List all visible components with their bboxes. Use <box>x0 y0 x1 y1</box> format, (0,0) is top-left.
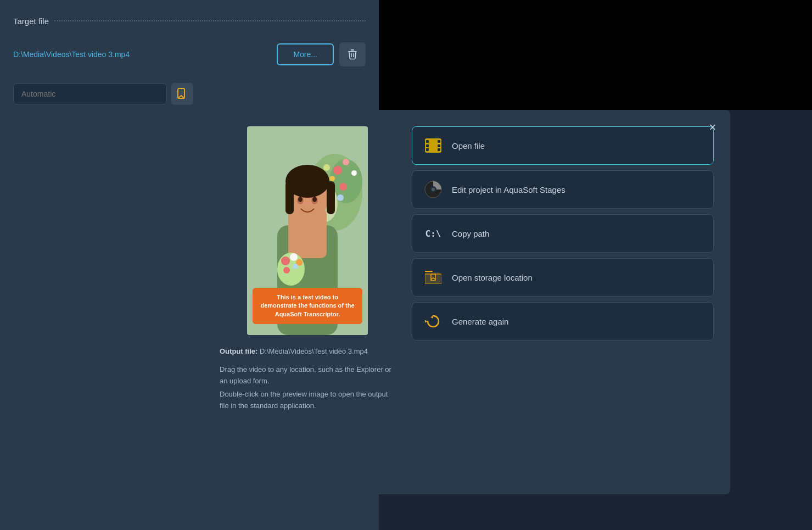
svg-point-10 <box>343 159 349 165</box>
svg-rect-1 <box>351 49 354 51</box>
open-file-button[interactable]: Open file <box>412 126 714 165</box>
auto-input-row <box>13 83 366 105</box>
trash-icon <box>348 49 357 60</box>
film-strip-icon <box>423 136 443 155</box>
folder-icon <box>423 267 443 287</box>
open-file-label: Open file <box>452 141 485 150</box>
hint-line-1: Drag the video to any location, such as … <box>220 364 395 387</box>
svg-rect-35 <box>426 148 429 151</box>
svg-rect-38 <box>438 148 440 151</box>
output-file-path: D:\Media\Videos\Test video 3.mp4 <box>260 347 368 355</box>
svg-point-27 <box>281 256 290 265</box>
svg-point-12 <box>339 183 347 191</box>
hint-line-2: Double-click on the preview image to ope… <box>220 389 395 412</box>
svg-rect-21 <box>327 181 335 214</box>
refresh-icon <box>423 311 443 331</box>
svg-rect-33 <box>426 140 429 143</box>
svg-rect-42 <box>425 271 433 272</box>
svg-rect-34 <box>426 144 429 147</box>
open-storage-label: Open storage location <box>452 273 533 282</box>
delete-button[interactable] <box>339 42 366 66</box>
copy-path-button[interactable]: C:\ Copy path <box>412 214 714 253</box>
open-storage-button[interactable]: Open storage location <box>412 258 714 297</box>
edit-aquasoft-label: Edit project in AquaSoft Stages <box>452 185 565 194</box>
target-file-label: Target file <box>13 16 49 26</box>
svg-point-25 <box>312 197 317 202</box>
video-overlay-text: This is a test video to demonstrate the … <box>258 293 357 319</box>
svg-point-24 <box>298 197 303 202</box>
svg-point-13 <box>323 164 330 171</box>
video-preview[interactable]: This is a test video to demonstrate the … <box>247 126 368 335</box>
svg-point-28 <box>290 253 298 261</box>
video-overlay-text-box: This is a test video to demonstrate the … <box>253 288 362 324</box>
edit-aquasoft-button[interactable]: Edit project in AquaSoft Stages <box>412 170 714 209</box>
svg-point-11 <box>329 176 335 181</box>
generate-again-button[interactable]: Generate again <box>412 302 714 341</box>
svg-point-30 <box>283 267 290 274</box>
svg-point-31 <box>293 264 298 269</box>
preview-area: This is a test video to demonstrate the … <box>220 126 395 478</box>
more-button[interactable]: More... <box>277 43 334 65</box>
file-row: D:\Media\Videos\Test video 3.mp4 More... <box>13 42 366 66</box>
svg-rect-0 <box>348 51 357 52</box>
generate-again-label: Generate again <box>452 317 508 326</box>
output-file-label: Output file: <box>220 347 257 355</box>
svg-point-14 <box>351 170 357 176</box>
svg-point-9 <box>333 166 342 175</box>
aquasoft-icon <box>423 180 443 199</box>
close-button[interactable]: × <box>703 118 723 137</box>
svg-rect-36 <box>438 140 440 143</box>
file-path-link[interactable]: D:\Media\Videos\Test video 3.mp4 <box>13 50 271 59</box>
popup-panel: × <box>203 110 730 494</box>
svg-rect-20 <box>285 181 294 214</box>
popup-content: This is a test video to demonstrate the … <box>220 126 714 478</box>
target-file-divider <box>54 20 366 21</box>
svg-rect-37 <box>438 144 440 147</box>
svg-point-15 <box>337 194 344 201</box>
subtitle-icon <box>176 87 188 101</box>
svg-point-41 <box>432 188 435 191</box>
automatic-input[interactable] <box>13 83 167 104</box>
target-file-section: Target file <box>13 16 366 26</box>
subtitle-icon-btn[interactable] <box>171 83 193 105</box>
copy-path-icon: C:\ <box>423 224 443 243</box>
top-black-bar <box>378 0 812 110</box>
output-info: Output file: D:\Media\Videos\Test video … <box>220 346 395 412</box>
actions-panel: Open file Edit project in AquaSoft Stage… <box>412 126 714 478</box>
copy-path-label: Copy path <box>452 229 489 238</box>
output-file-line: Output file: D:\Media\Videos\Test video … <box>220 346 395 358</box>
